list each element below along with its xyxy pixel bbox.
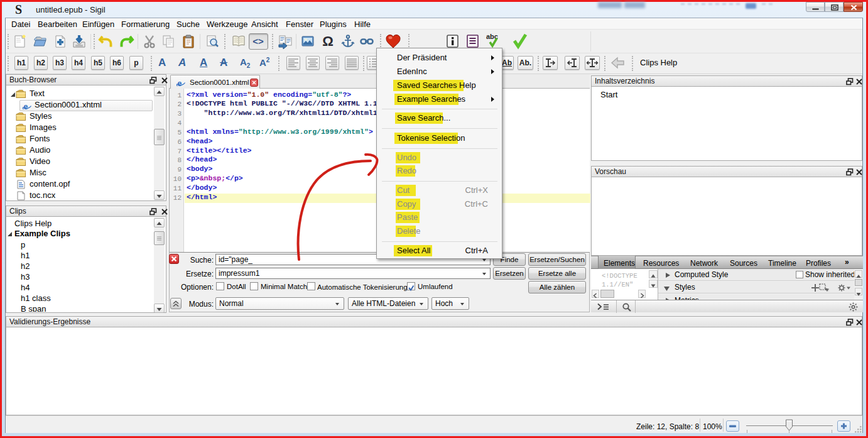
svg-text:e: e (178, 78, 182, 88)
